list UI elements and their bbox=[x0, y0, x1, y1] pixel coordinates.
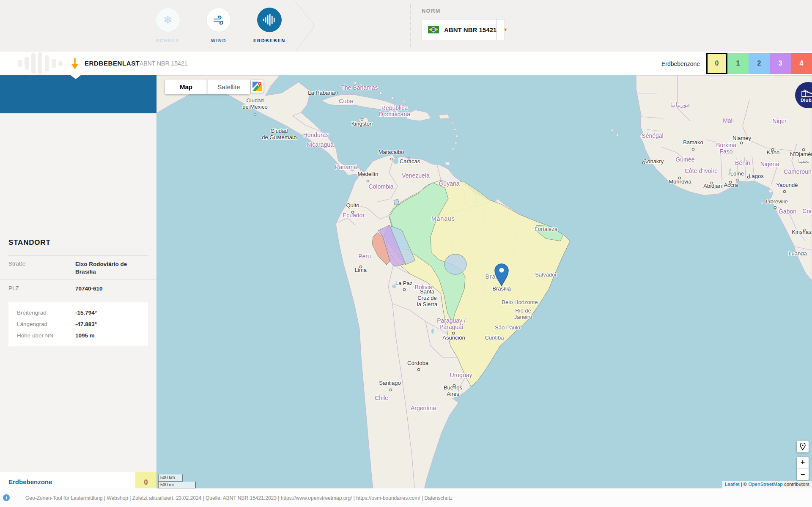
google-maps-button[interactable] bbox=[251, 80, 263, 93]
standort-row: StraßeEixo Rodoviário de Brasilia bbox=[0, 255, 156, 280]
coordinate-row: Breitengrad-15.794° bbox=[8, 307, 148, 318]
panel-notch bbox=[71, 75, 81, 79]
map-canvas[interactable]: Ciudadde MéxicoLa HabanaThe BahamasCubaR… bbox=[156, 75, 812, 507]
coordinates-box: Breitengrad-15.794°Längengrad-47.883°Höh… bbox=[8, 302, 148, 346]
tab-wind-label: WIND bbox=[193, 38, 244, 43]
chevron-down-icon[interactable]: ▼ bbox=[497, 19, 514, 40]
svg-text:Santiago: Santiago bbox=[379, 380, 401, 386]
svg-text:Libreville: Libreville bbox=[766, 198, 787, 205]
svg-text:Monrovia: Monrovia bbox=[669, 178, 691, 185]
svg-text:Salvador: Salvador bbox=[535, 271, 557, 278]
satellite-view-button[interactable]: Satellite bbox=[207, 79, 250, 94]
snow-mode-circle[interactable]: ❄ bbox=[156, 8, 180, 32]
svg-text:Bamako: Bamako bbox=[683, 139, 703, 145]
svg-text:Rio deJaneiro: Rio deJaneiro bbox=[514, 307, 532, 320]
svg-text:Manaus: Manaus bbox=[431, 215, 455, 222]
svg-text:Colombia: Colombia bbox=[368, 183, 393, 190]
snowflake-icon: ❄ bbox=[163, 14, 173, 25]
svg-text:Cameroun: Cameroun bbox=[784, 168, 811, 175]
svg-text:Niamey: Niamey bbox=[732, 135, 752, 141]
brazil-flag-icon bbox=[428, 26, 439, 33]
svg-text:Lomé: Lomé bbox=[730, 170, 744, 177]
norm-label: NORM bbox=[422, 8, 505, 14]
active-norm-reference: ABNT NBR 15421 bbox=[140, 60, 187, 67]
svg-text:انجمينا: انجمينا bbox=[798, 159, 811, 164]
svg-text:N'Djaména: N'Djaména bbox=[790, 151, 812, 157]
norm-dropdown[interactable]: ABNT NBR 15421 ▼ bbox=[422, 19, 505, 40]
zone-button-1[interactable]: 1 bbox=[727, 53, 749, 74]
svg-text:Niger: Niger bbox=[772, 118, 787, 124]
openstreetmap-link[interactable]: OpenStreetMap bbox=[749, 482, 783, 487]
tab-schnee-label: SCHNEE bbox=[143, 38, 193, 43]
locate-button[interactable] bbox=[797, 441, 809, 452]
svg-text:La Paz: La Paz bbox=[395, 280, 412, 286]
svg-text:Congo: Congo bbox=[802, 208, 812, 214]
svg-text:Perú: Perú bbox=[358, 253, 371, 260]
svg-text:Kinshasa: Kinshasa bbox=[792, 229, 812, 235]
svg-text:Nicaragua: Nicaragua bbox=[307, 141, 334, 148]
search-panel bbox=[0, 75, 156, 113]
load-bar: ERDBEBENLAST | ABNT NBR 15421 Erdbebenzo… bbox=[0, 52, 812, 75]
svg-text:Kingston: Kingston bbox=[351, 121, 373, 127]
svg-text:Cuba: Cuba bbox=[339, 98, 353, 104]
seismic-waveform-icon bbox=[262, 13, 277, 27]
zone-button-0[interactable]: 0 bbox=[706, 53, 727, 74]
svg-text:Paraguay /Paraguái: Paraguay /Paraguái bbox=[437, 317, 466, 330]
map-view-button[interactable]: Map bbox=[165, 79, 207, 94]
svg-text:Chile: Chile bbox=[375, 395, 388, 401]
svg-text:Quito: Quito bbox=[346, 202, 359, 208]
svg-text:Maracaibo: Maracaibo bbox=[379, 149, 404, 155]
dlubal-brand-name: Dlubal bbox=[801, 98, 812, 103]
svg-text:Belo Horizonte: Belo Horizonte bbox=[502, 299, 538, 305]
svg-text:Honduras: Honduras bbox=[303, 132, 329, 138]
tab-erdbeben-label: ERDBEBEN bbox=[244, 38, 295, 43]
svg-text:Gabon: Gabon bbox=[779, 208, 796, 215]
app-footer: i Geo-Zonen-Tool für Lastermittlung | We… bbox=[0, 488, 812, 507]
coordinate-row: Höhe über NN1095 m bbox=[8, 330, 148, 341]
svg-text:Nigeria: Nigeria bbox=[760, 161, 779, 167]
header-divider bbox=[410, 4, 411, 47]
svg-text:موريتانيا: موريتانيا bbox=[670, 101, 690, 108]
zoom-controls: + − bbox=[797, 457, 809, 480]
scale-bar-km: 500 km bbox=[158, 474, 183, 482]
svg-text:RepúblicaDominicana: RepúblicaDominicana bbox=[379, 104, 410, 118]
svg-text:Brasília: Brasília bbox=[492, 285, 511, 292]
leaflet-link[interactable]: Leaflet bbox=[725, 482, 740, 487]
zone-legend: 01234 bbox=[706, 53, 812, 74]
svg-text:Córdoba: Córdoba bbox=[407, 360, 429, 366]
svg-text:The Bahamas: The Bahamas bbox=[341, 84, 378, 91]
zone-legend-label: Erdbebenzone bbox=[651, 60, 700, 67]
svg-text:La Habana: La Habana bbox=[308, 90, 335, 96]
svg-text:Bénin: Bénin bbox=[735, 159, 750, 166]
zone-button-4[interactable]: 4 bbox=[791, 53, 812, 74]
svg-text:Venezuela: Venezuela bbox=[402, 172, 430, 179]
svg-text:Panamá: Panamá bbox=[335, 164, 357, 170]
zone-button-2[interactable]: 2 bbox=[749, 53, 770, 74]
info-icon[interactable]: i bbox=[3, 494, 10, 501]
tab-schnee[interactable]: ❄ SCHNEE bbox=[143, 8, 193, 43]
dlubal-bridge-icon bbox=[801, 88, 812, 97]
svg-text:São Paulo: São Paulo bbox=[495, 324, 520, 331]
scale-bar-mi: 500 mi bbox=[158, 482, 196, 489]
zone-result-label: Erdbebenzone bbox=[8, 478, 52, 485]
leaflet-map[interactable]: Ciudadde MéxicoLa HabanaThe BahamasCubaR… bbox=[156, 75, 812, 507]
tab-erdbeben[interactable]: ERDBEBEN bbox=[244, 8, 295, 43]
svg-text:Asunción: Asunción bbox=[442, 334, 465, 341]
wind-mode-circle[interactable] bbox=[206, 8, 231, 32]
coordinate-row: Längengrad-47.883° bbox=[8, 318, 148, 330]
erdbeben-mode-circle[interactable] bbox=[257, 8, 282, 32]
zone-button-3[interactable]: 3 bbox=[770, 53, 791, 74]
pin-icon bbox=[800, 443, 806, 450]
svg-text:Guinée: Guinée bbox=[675, 156, 694, 163]
app-header: ❄ SCHNEE WIND bbox=[0, 0, 812, 52]
standort-heading: STANDORT bbox=[8, 238, 51, 247]
svg-text:Fortaleza: Fortaleza bbox=[535, 226, 558, 232]
tab-wind[interactable]: WIND bbox=[193, 8, 244, 43]
zoom-in-button[interactable]: + bbox=[797, 457, 809, 469]
norm-section: NORM ABNT NBR 15421 ▼ bbox=[422, 8, 505, 40]
geo-zones-app: ❄ SCHNEE WIND bbox=[0, 0, 812, 507]
svg-text:Lagos: Lagos bbox=[749, 173, 764, 179]
svg-text:Mali: Mali bbox=[723, 117, 734, 124]
svg-text:Uruguay: Uruguay bbox=[450, 372, 472, 378]
zoom-out-button[interactable]: − bbox=[797, 469, 809, 480]
